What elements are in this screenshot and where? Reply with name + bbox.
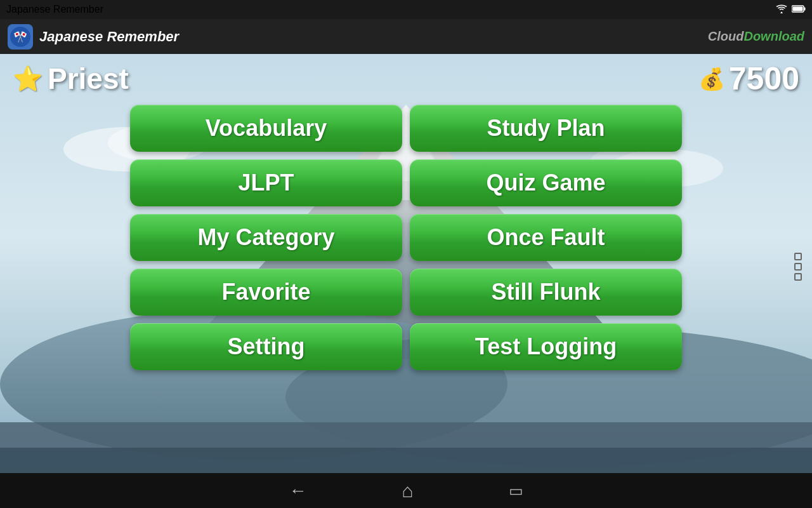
- vocabulary-button[interactable]: Vocabulary: [130, 105, 402, 152]
- user-area: ⭐ Priest 💰 7500: [0, 60, 812, 97]
- nav-bar: ← ⌂ ▭: [0, 473, 812, 508]
- app-icon: 🎌: [8, 24, 33, 50]
- coin-icon: 💰: [698, 66, 725, 91]
- quiz-game-button[interactable]: Quiz Game: [410, 159, 682, 206]
- scroll-dot-1: [794, 253, 802, 260]
- home-button[interactable]: ⌂: [402, 480, 413, 502]
- favorite-button[interactable]: Favorite: [130, 269, 402, 316]
- star-icon: ⭐: [13, 65, 43, 93]
- svg-text:🎌: 🎌: [13, 30, 28, 44]
- setting-button[interactable]: Setting: [130, 323, 402, 370]
- still-flunk-button[interactable]: Still Flunk: [410, 269, 682, 316]
- status-bar-title: Japanese Remember: [6, 4, 103, 15]
- battery-icon: [792, 4, 806, 15]
- scroll-dot-2: [794, 263, 802, 271]
- once-fault-button[interactable]: Once Fault: [410, 214, 682, 261]
- jlpt-button[interactable]: JLPT: [130, 159, 402, 206]
- test-logging-button[interactable]: Test Logging: [410, 323, 682, 370]
- back-button[interactable]: ←: [289, 481, 306, 501]
- buttons-grid: VocabularyStudy PlanJLPTQuiz GameMy Cate…: [130, 105, 682, 370]
- cloud-download-label: CloudDownload: [708, 29, 804, 44]
- wifi-icon: [775, 4, 788, 15]
- my-category-button[interactable]: My Category: [130, 214, 402, 261]
- rank-title: Priest: [48, 62, 129, 96]
- scroll-indicator: [793, 253, 803, 281]
- user-rank: ⭐ Priest: [13, 62, 129, 96]
- svg-rect-2: [793, 7, 803, 11]
- app-bar-left: 🎌 Japanese Remember: [8, 24, 179, 50]
- cloud-text: Cloud: [708, 29, 744, 43]
- app-bar: 🎌 Japanese Remember CloudDownload: [0, 19, 812, 54]
- svg-rect-1: [804, 8, 806, 11]
- coin-count: 7500: [729, 60, 799, 97]
- coins-area: 💰 7500: [698, 60, 799, 97]
- study-plan-button[interactable]: Study Plan: [410, 105, 682, 152]
- scroll-dot-3: [794, 273, 802, 281]
- recent-apps-button[interactable]: ▭: [509, 482, 523, 500]
- app-bar-title: Japanese Remember: [39, 29, 179, 45]
- status-icons: [775, 4, 806, 15]
- download-text: Download: [743, 29, 804, 43]
- status-bar: Japanese Remember: [0, 0, 812, 19]
